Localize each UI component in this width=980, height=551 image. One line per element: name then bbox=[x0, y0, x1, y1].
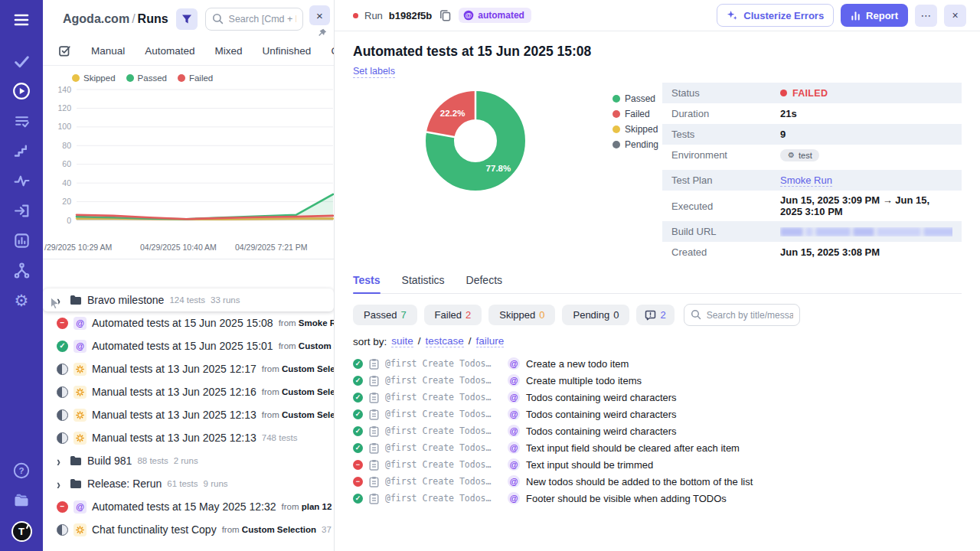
run-list-item[interactable]: › Bravo milestone 124 tests 33 runs bbox=[43, 289, 334, 311]
run-list-item[interactable]: − @ Automated tests at 15 Jun 2025 15:08… bbox=[43, 311, 334, 334]
test-suite[interactable]: @first Create Todos… bbox=[385, 375, 501, 386]
donut-legend-item[interactable]: Pending bbox=[612, 139, 658, 150]
test-status-icon: − bbox=[353, 460, 363, 470]
report-button[interactable]: Report bbox=[841, 4, 908, 27]
pulse-icon[interactable] bbox=[12, 171, 31, 190]
test-list-item[interactable]: ✓ @first Create Todos… @ Footer should b… bbox=[353, 490, 962, 507]
test-suite[interactable]: @first Create Todos… bbox=[385, 459, 501, 470]
sort-options: suite/testcase/failure bbox=[391, 335, 504, 347]
filter-pill-label: Skipped bbox=[499, 309, 535, 321]
run-list-item[interactable]: − @ Automated tests at 15 May 2025 12:32… bbox=[43, 495, 334, 518]
donut-legend-item[interactable]: Passed bbox=[612, 93, 658, 104]
test-suite[interactable]: @first Create Todos… bbox=[385, 392, 501, 403]
run-status-icon: ✓ bbox=[57, 341, 68, 352]
automated-icon: @ bbox=[463, 10, 474, 21]
filter-pill[interactable]: Failed 2 bbox=[424, 305, 482, 325]
test-filters: Passed 7 Failed 2 Skipped 0 Pending 0 2 bbox=[353, 304, 962, 326]
test-plans-icon[interactable] bbox=[12, 112, 31, 130]
sort-option[interactable]: failure bbox=[476, 335, 505, 347]
filter-pill[interactable]: Passed 7 bbox=[353, 305, 417, 325]
test-suite[interactable]: @first Create Todos… bbox=[385, 442, 501, 453]
legend-label: Skipped bbox=[83, 73, 116, 83]
test-suite[interactable]: @first Create Todos… bbox=[385, 409, 501, 419]
test-plan-link[interactable]: Smoke Run bbox=[780, 174, 832, 187]
sort-option[interactable]: suite bbox=[391, 335, 413, 347]
test-list-item[interactable]: ✓ @first Create Todos… @ Create a new to… bbox=[353, 355, 962, 372]
test-title[interactable]: Create a new todo item bbox=[526, 358, 629, 370]
run-id: b1982f5b bbox=[389, 10, 432, 21]
run-list-item[interactable]: Manual tests at 13 Jun 2025 12:17 from C… bbox=[43, 357, 334, 380]
select-runs-icon[interactable] bbox=[58, 44, 71, 57]
run-list-item[interactable]: › Release: Rerun 61 tests 9 runs bbox=[43, 472, 334, 495]
test-suite[interactable]: @first Create Todos… bbox=[385, 493, 501, 504]
steps-icon[interactable] bbox=[12, 142, 31, 160]
close-run-button[interactable]: × bbox=[944, 5, 966, 27]
donut-legend-item[interactable]: Skipped bbox=[612, 124, 658, 135]
copy-run-id-button[interactable] bbox=[438, 8, 452, 23]
test-title[interactable]: Text input field should be cleared after… bbox=[526, 442, 740, 454]
runs-icon[interactable] bbox=[12, 82, 31, 100]
breadcrumb-project[interactable]: Agoda.com bbox=[63, 12, 129, 25]
test-title[interactable]: Footer should be visible when adding TOD… bbox=[526, 493, 727, 504]
test-suite[interactable]: @first Create Todos… bbox=[385, 476, 501, 487]
analytics-icon[interactable] bbox=[12, 231, 31, 249]
chevron-right-icon[interactable]: › bbox=[57, 293, 64, 308]
set-labels-link[interactable]: Set labels bbox=[353, 65, 395, 78]
test-list-item[interactable]: ✓ @first Create Todos… @ Text input fiel… bbox=[353, 439, 962, 456]
run-type-tab-list: ManualAutomatedMixedUnfinishedGroups bbox=[91, 45, 335, 57]
branches-icon[interactable] bbox=[12, 261, 31, 279]
filter-pill[interactable]: Skipped 0 bbox=[488, 305, 555, 325]
test-list-item[interactable]: ✓ @first Create Todos… @ Todos containin… bbox=[353, 389, 962, 406]
chevron-right-icon[interactable]: › bbox=[57, 477, 64, 491]
more-actions-button[interactable]: ⋯ bbox=[915, 5, 937, 27]
run-type-tab[interactable]: Mixed bbox=[215, 45, 243, 57]
run-list-item[interactable]: Manual tests at 13 Jun 2025 12:13 748 te… bbox=[43, 426, 334, 449]
legend-item: Passed bbox=[126, 73, 167, 83]
filter-button[interactable] bbox=[176, 8, 198, 30]
test-title[interactable]: Text input should be trimmed bbox=[526, 459, 653, 471]
test-suite[interactable]: @first Create Todos… bbox=[385, 425, 501, 436]
result-tab[interactable]: Statistics bbox=[402, 274, 445, 293]
run-type-tab[interactable]: Unfinished bbox=[263, 45, 312, 57]
comments-filter-button[interactable]: 2 bbox=[636, 305, 674, 325]
test-list-item[interactable]: ✓ @first Create Todos… @ Todos containin… bbox=[353, 406, 962, 422]
import-icon[interactable] bbox=[12, 201, 31, 220]
settings-icon[interactable]: ⚙ bbox=[12, 291, 31, 309]
run-type-badge[interactable]: @ automated bbox=[459, 8, 531, 23]
projects-icon[interactable] bbox=[12, 491, 31, 510]
test-list-item[interactable]: − @first Create Todos… @ New todos shoul… bbox=[353, 473, 962, 490]
result-tab[interactable]: Tests bbox=[353, 274, 381, 293]
run-list-item[interactable]: Chat functinality test Copy from Custom … bbox=[43, 518, 334, 541]
run-list-item[interactable]: ✓ @ Automated tests at 15 Jun 2025 15:01… bbox=[43, 334, 334, 357]
test-list-item[interactable]: ✓ @first Create Todos… @ Create multiple… bbox=[353, 372, 962, 389]
clipboard-icon bbox=[369, 459, 379, 471]
test-title[interactable]: Todos containing weird characters bbox=[526, 409, 677, 420]
result-tab[interactable]: Defects bbox=[466, 274, 502, 293]
run-type-tab[interactable]: Manual bbox=[91, 45, 125, 57]
run-kind-icon: @ bbox=[74, 317, 87, 330]
test-suite[interactable]: @first Create Todos… bbox=[385, 358, 501, 369]
help-icon[interactable]: ? bbox=[12, 461, 31, 480]
test-title[interactable]: Create multiple todo items bbox=[526, 375, 642, 386]
legend-label: Failed bbox=[189, 73, 213, 83]
test-title[interactable]: Todos containing weird characters bbox=[526, 425, 677, 437]
run-list-item[interactable]: Manual tests at 13 Jun 2025 12:16 from C… bbox=[43, 380, 334, 403]
test-list-item[interactable]: − @first Create Todos… @ Text input shou… bbox=[353, 456, 962, 473]
run-type-tab[interactable]: Automated bbox=[145, 45, 194, 57]
detail-value: 9 bbox=[780, 129, 952, 140]
run-list-item[interactable]: Manual tests at 13 Jun 2025 12:13 from C… bbox=[43, 403, 334, 426]
donut-legend-item[interactable]: Failed bbox=[612, 109, 658, 119]
app-logo[interactable]: T bbox=[11, 521, 32, 542]
menu-icon[interactable] bbox=[12, 11, 31, 29]
tests-icon[interactable] bbox=[12, 52, 31, 70]
clusterize-errors-button[interactable]: Clusterize Errors bbox=[717, 4, 834, 27]
sort-option[interactable]: testcase bbox=[426, 335, 464, 347]
test-list-item[interactable]: ✓ @first Create Todos… @ Todos containin… bbox=[353, 422, 962, 439]
chevron-right-icon[interactable]: › bbox=[57, 454, 64, 468]
filter-pill[interactable]: Pending 0 bbox=[562, 305, 629, 325]
run-list-item[interactable]: › Build 981 88 tests 2 runs bbox=[43, 449, 334, 472]
test-title[interactable]: New todos should be added to the bottom … bbox=[526, 476, 753, 487]
collapse-panel-button[interactable]: × bbox=[309, 5, 330, 25]
pin-icon[interactable] bbox=[318, 27, 327, 41]
test-title[interactable]: Todos containing weird characters bbox=[526, 392, 677, 403]
